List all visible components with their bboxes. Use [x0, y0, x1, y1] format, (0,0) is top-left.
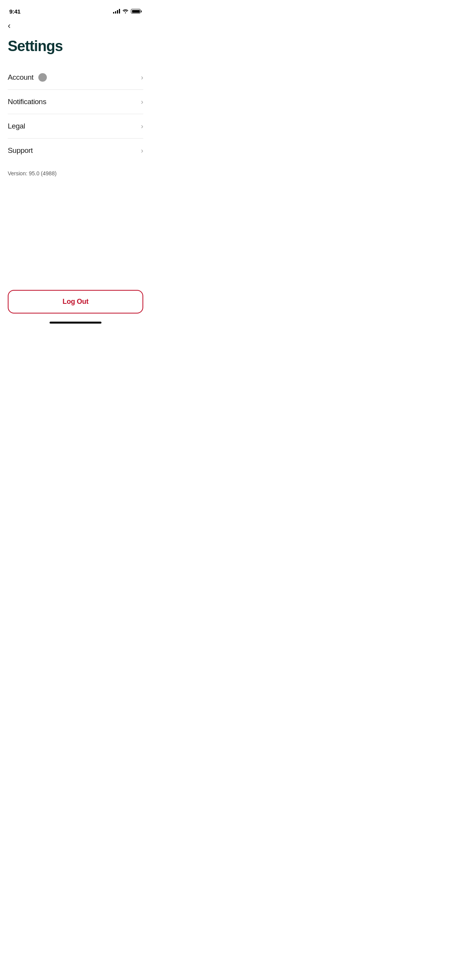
menu-item-notifications[interactable]: Notifications ›: [8, 90, 143, 114]
page-title: Settings: [0, 35, 151, 65]
menu-item-account-label: Account: [8, 73, 34, 82]
menu-item-notifications-label: Notifications: [8, 98, 46, 106]
version-text: Version: 95.0 (4988): [0, 163, 151, 176]
menu-list: Account › Notifications › Legal › Suppor…: [0, 65, 151, 163]
logout-container: Log Out: [8, 290, 143, 314]
logout-button[interactable]: Log Out: [8, 290, 143, 314]
notifications-chevron-icon: ›: [141, 98, 143, 106]
signal-icon: [113, 9, 120, 14]
menu-item-legal-label: Legal: [8, 122, 25, 130]
back-button[interactable]: ‹: [0, 17, 18, 35]
home-indicator: [50, 322, 101, 324]
menu-item-notifications-left: Notifications: [8, 98, 46, 106]
wifi-icon: [122, 9, 129, 14]
status-bar: 9:41: [0, 0, 151, 17]
menu-item-account-left: Account: [8, 73, 47, 82]
status-icons: [113, 9, 142, 14]
menu-item-legal[interactable]: Legal ›: [8, 114, 143, 139]
menu-item-support-left: Support: [8, 146, 33, 155]
menu-item-account[interactable]: Account ›: [8, 65, 143, 90]
legal-chevron-icon: ›: [141, 122, 143, 130]
status-time: 9:41: [9, 8, 21, 15]
menu-item-support[interactable]: Support ›: [8, 139, 143, 163]
menu-item-legal-left: Legal: [8, 122, 25, 130]
account-badge: [38, 73, 47, 82]
back-chevron-icon: ‹: [8, 22, 10, 30]
menu-item-support-label: Support: [8, 146, 33, 155]
account-chevron-icon: ›: [141, 74, 143, 82]
support-chevron-icon: ›: [141, 147, 143, 155]
battery-icon: [131, 9, 142, 14]
